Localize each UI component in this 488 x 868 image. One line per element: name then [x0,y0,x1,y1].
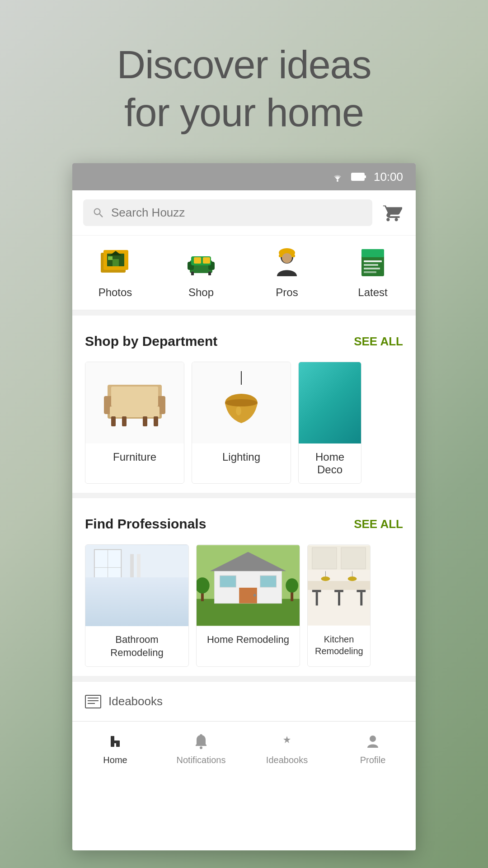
svg-rect-74 [338,592,340,606]
svg-rect-13 [194,257,201,264]
hero-title: Discover ideas for your home [36,41,452,136]
nav-ideabooks[interactable]: Ideabooks [244,722,330,775]
svg-point-55 [253,594,256,597]
lighting-icon [219,371,264,434]
pros-card-bathroom[interactable]: Bathroom Remodeling [85,544,189,667]
svg-rect-48 [85,604,188,626]
svg-point-68 [321,576,330,581]
search-input[interactable] [111,206,363,220]
svg-rect-25 [364,268,380,269]
svg-point-70 [348,576,357,581]
svg-point-61 [286,578,298,593]
svg-rect-71 [312,590,321,592]
dept-card-furniture[interactable]: Furniture [85,362,184,484]
svg-rect-82 [111,741,117,743]
photos-icon [97,245,133,281]
ideabooks-nav-icon [278,732,296,750]
svg-rect-47 [137,554,141,581]
svg-rect-2 [364,175,366,178]
shop-icon [183,245,219,281]
find-pros-title: Find Professionals [85,516,206,532]
find-pros-see-all[interactable]: SEE ALL [354,517,403,531]
svg-rect-49 [94,607,130,621]
svg-rect-8 [108,256,113,260]
ideabooks-nav-icon-wrap [277,731,297,751]
svg-rect-42 [85,581,188,626]
svg-point-20 [282,253,292,263]
svg-rect-73 [334,590,343,592]
lighting-card-img [192,362,291,443]
shop-by-dept-section: Shop by Department SEE ALL [72,316,416,493]
cart-icon [382,203,402,223]
home-remodeling-label: Home Remodeling [197,626,300,654]
notifications-nav-label: Notifications [177,755,226,765]
lighting-label: Lighting [192,443,291,471]
find-pros-section: Find Professionals SEE ALL [72,498,416,676]
furniture-card-img [85,362,184,443]
status-time: 10:00 [374,170,403,184]
svg-point-0 [337,180,338,182]
latest-label: Latest [358,286,387,299]
pros-card-kitchen[interactable]: Kitchen Remodeling [307,544,371,667]
svg-rect-85 [200,734,202,736]
nav-notifications[interactable]: Notifications [158,722,244,775]
bathroom-label: Bathroom Remodeling [85,626,188,666]
svg-rect-63 [308,581,370,590]
bathroom-photo [85,545,188,626]
cart-button[interactable] [380,200,405,226]
svg-rect-75 [357,590,366,592]
shop-dept-title: Shop by Department [85,334,217,349]
svg-rect-35 [143,416,147,426]
furniture-label: Furniture [85,443,184,471]
svg-rect-24 [364,264,378,266]
svg-rect-15 [191,272,194,275]
status-icons: 10:00 [330,170,403,184]
dept-card-lighting[interactable]: Lighting [192,362,291,484]
pros-card-home-remodeling[interactable]: Home Remodeling [196,544,300,667]
app-container: 10:00 [72,163,416,850]
home-nav-label: Home [103,755,127,765]
nav-profile[interactable]: Profile [330,722,416,775]
shop-label: Shop [188,286,214,299]
teaser-text: Ideabooks [108,694,163,708]
svg-rect-14 [203,257,210,264]
svg-rect-66 [341,547,366,569]
svg-rect-26 [364,271,376,273]
nav-icon-photos[interactable]: Photos [72,245,158,299]
remodeling-photo [197,545,300,626]
svg-rect-32 [111,387,158,406]
nav-home[interactable]: Home [72,722,158,775]
bathroom-img [85,545,188,626]
nav-icon-latest[interactable]: Latest [330,245,416,299]
svg-rect-22 [361,249,384,257]
furniture-icon [99,371,171,434]
home-nav-icon [106,732,124,750]
dept-cards-row: Furniture Lighting [85,362,403,484]
svg-rect-56 [220,576,236,587]
home-nav-icon-wrap [105,731,125,751]
dept-card-home-deco[interactable]: Home Deco [298,362,361,484]
svg-rect-16 [208,272,211,275]
ideabooks-teaser-icon [85,695,101,708]
profile-nav-icon [364,732,382,750]
svg-rect-77 [85,695,101,708]
nav-icon-pros[interactable]: Pros [244,245,330,299]
search-input-wrapper[interactable] [83,199,372,226]
pros-cards-row: Bathroom Remodeling [85,544,403,667]
svg-rect-65 [312,547,337,569]
divider-3 [72,676,416,681]
hero-section: Discover ideas for your home [0,0,488,163]
divider-2 [72,493,416,498]
notifications-nav-icon [192,732,210,750]
bottom-nav: Home Notifications Ideabooks [72,721,416,775]
svg-point-40 [236,406,241,415]
kitchen-img [308,545,370,626]
status-bar: 10:00 [72,163,416,190]
svg-rect-34 [122,416,127,426]
svg-rect-1 [352,173,364,180]
nav-icon-shop[interactable]: Shop [158,245,244,299]
svg-point-39 [225,399,258,406]
shop-dept-see-all[interactable]: SEE ALL [354,335,403,349]
svg-rect-31 [110,406,160,417]
kitchen-label: Kitchen Remodeling [308,626,370,664]
